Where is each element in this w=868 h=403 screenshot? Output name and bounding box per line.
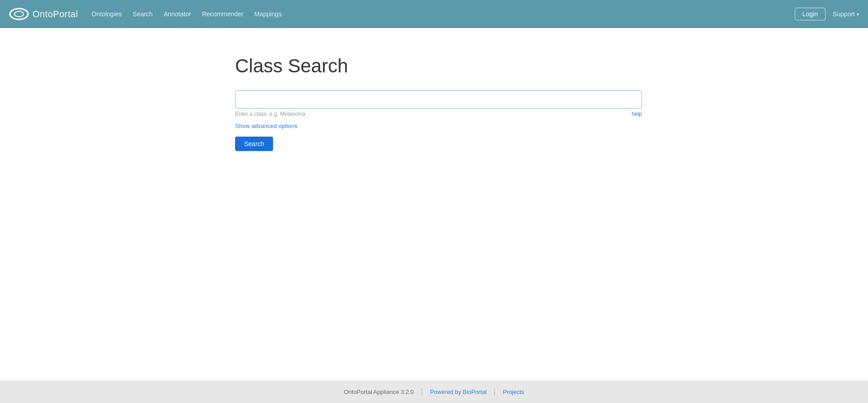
footer-projects-link[interactable]: Projects (503, 389, 524, 395)
support-caret-icon: ▾ (857, 12, 859, 17)
nav-link-annotator[interactable]: Annotator (164, 10, 191, 18)
ontoportal-logo-icon (9, 6, 29, 22)
brand-name: OntoPortal (33, 9, 78, 19)
nav-link-ontologies[interactable]: Ontologies (92, 10, 122, 18)
footer-separator-2: ⋮ (491, 388, 498, 396)
page-title: Class Search (235, 55, 642, 77)
footer-bioportal-link[interactable]: Powered by BioPortal (430, 389, 486, 395)
main-content: Class Search Enter a class, e.g. Melanom… (0, 28, 868, 380)
login-button[interactable]: Login (795, 8, 826, 20)
help-link[interactable]: help (632, 111, 642, 117)
nav-link-mappings[interactable]: Mappings (254, 10, 282, 18)
svg-point-0 (10, 9, 28, 19)
search-button[interactable]: Search (235, 137, 273, 151)
footer: OntoPortal Appliance 3.2.0 ⋮ Powered by … (0, 380, 868, 403)
svg-point-1 (14, 11, 24, 17)
brand-logo-link[interactable]: OntoPortal (9, 6, 78, 22)
input-hint-text: Enter a class, e.g. Melanoma (235, 111, 305, 117)
show-advanced-options-link[interactable]: Show advanced options (235, 123, 642, 129)
navbar: OntoPortal Ontologies Search Annotator R… (0, 0, 868, 28)
nav-links: Ontologies Search Annotator Recommender … (92, 10, 795, 18)
nav-link-search[interactable]: Search (133, 10, 153, 18)
nav-right: Login Support ▾ (795, 8, 859, 20)
input-hint-row: Enter a class, e.g. Melanoma help (235, 111, 642, 117)
footer-version: OntoPortal Appliance 3.2.0 (344, 389, 414, 395)
support-link[interactable]: Support ▾ (833, 10, 859, 18)
nav-link-recommender[interactable]: Recommender (202, 10, 244, 18)
class-search-input[interactable] (235, 90, 642, 109)
footer-separator-1: ⋮ (418, 388, 425, 396)
content-wrapper: Class Search Enter a class, e.g. Melanom… (217, 55, 651, 151)
